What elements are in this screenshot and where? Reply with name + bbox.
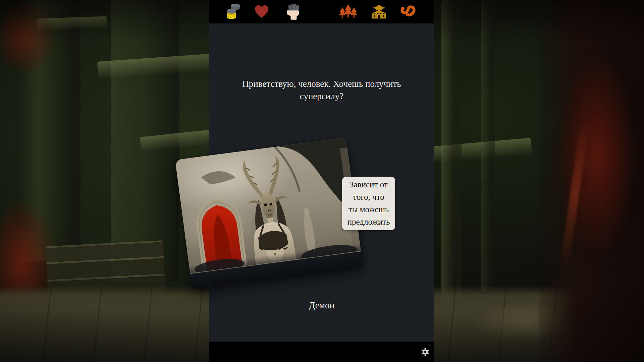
- resource-bar: [209, 0, 434, 23]
- forest-resource: [338, 4, 358, 20]
- worm-icon: [399, 4, 417, 18]
- strength-resource: [286, 3, 301, 21]
- settings-button[interactable]: [421, 347, 430, 357]
- gear-icon: [421, 348, 429, 356]
- heart-icon: [254, 5, 269, 19]
- answer-bubble: Зависит от того, что ты можешь предложит…: [342, 177, 395, 230]
- answer-line: ты можешь: [343, 203, 394, 216]
- demon-card-artwork: [175, 137, 363, 289]
- answer-line: того, что: [343, 191, 394, 203]
- demon-card[interactable]: [175, 137, 363, 289]
- temple-resource: [370, 4, 388, 20]
- coin-stack-icon: [225, 3, 240, 20]
- fist-icon: [286, 3, 301, 20]
- character-name: Демон: [209, 300, 434, 311]
- answer-line: Зависит от: [343, 178, 394, 191]
- game-screen: Приветствую, человек. Хочешь получить су…: [0, 0, 644, 362]
- serpent-resource: [399, 4, 417, 20]
- pine-trees-icon: [338, 4, 358, 19]
- npc-question-text: Приветствую, человек. Хочешь получить су…: [209, 78, 434, 103]
- coins-resource: [225, 3, 240, 21]
- temple-icon: [370, 4, 388, 19]
- bottom-bar: [209, 342, 434, 362]
- npc-question-label: Приветствую, человек. Хочешь получить су…: [231, 78, 412, 103]
- answer-line: предложить: [343, 216, 394, 228]
- health-resource: [254, 5, 269, 20]
